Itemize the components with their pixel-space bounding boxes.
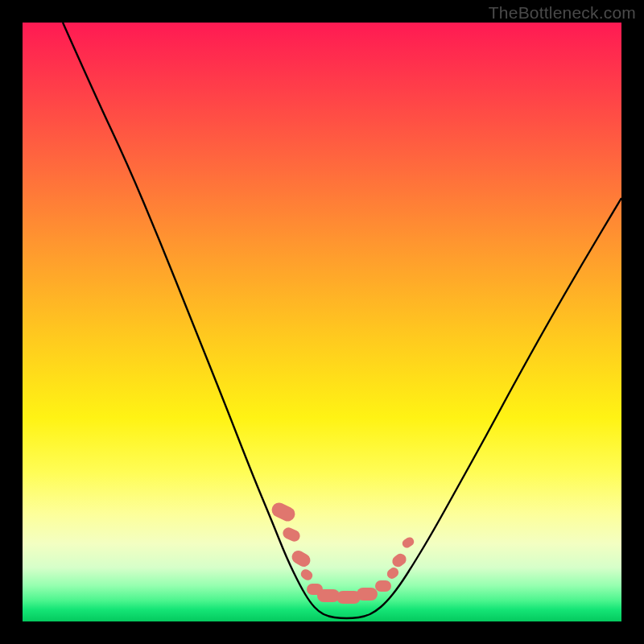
bottleneck-curve: [23, 23, 621, 621]
watermark-text: TheBottleneck.com: [489, 3, 636, 23]
curve-marker-bottom-3: [357, 588, 378, 601]
plot-area: [23, 23, 621, 621]
outer-frame: TheBottleneck.com: [0, 0, 644, 644]
curve-marker-bottom-4: [375, 580, 391, 592]
curve-path: [63, 23, 621, 618]
